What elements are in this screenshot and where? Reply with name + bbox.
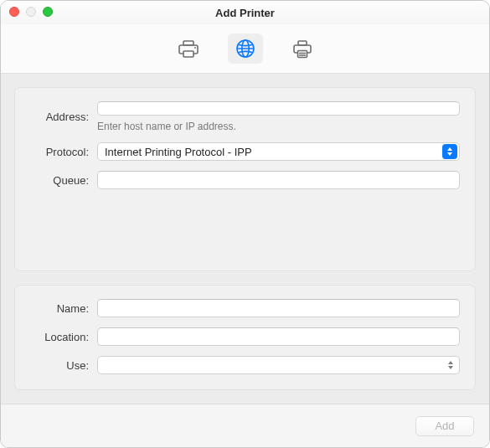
footer: Add [1, 404, 489, 447]
svg-point-3 [194, 47, 196, 49]
row-address: Address: Enter host name or IP address. [30, 101, 460, 132]
svg-rect-8 [298, 41, 307, 45]
protocol-value: Internet Printing Protocol - IPP [98, 146, 442, 158]
tab-windows[interactable] [285, 33, 320, 64]
connection-pane: Address: Enter host name or IP address. … [14, 87, 476, 271]
queue-label: Queue: [30, 174, 89, 187]
address-hint: Enter host name or IP address. [97, 121, 460, 132]
tab-ip[interactable] [228, 33, 263, 64]
window-controls [9, 7, 53, 17]
window-title: Add Printer [215, 7, 275, 19]
address-input[interactable] [97, 101, 460, 116]
tab-default[interactable] [171, 33, 206, 64]
name-input[interactable] [97, 299, 460, 317]
globe-icon [235, 38, 256, 59]
address-label: Address: [30, 111, 89, 123]
toolbar [1, 24, 489, 74]
add-printer-window: Add Printer [0, 0, 490, 448]
name-label: Name: [30, 302, 89, 315]
svg-rect-1 [183, 41, 193, 45]
svg-rect-2 [183, 51, 193, 57]
printer-advanced-icon [291, 39, 314, 59]
dialog-body: Address: Enter host name or IP address. … [1, 74, 489, 404]
titlebar: Add Printer [1, 1, 489, 24]
location-input[interactable] [97, 327, 460, 346]
protocol-select[interactable]: Internet Printing Protocol - IPP [97, 142, 460, 161]
svg-rect-9 [297, 51, 307, 58]
row-use: Use: [30, 356, 460, 374]
row-location: Location: [30, 327, 460, 346]
row-queue: Queue: [30, 171, 460, 189]
add-button: Add [415, 416, 474, 436]
row-name: Name: [30, 299, 460, 317]
updown-icon [444, 358, 457, 373]
protocol-label: Protocol: [30, 146, 89, 158]
printer-icon [177, 39, 200, 59]
queue-input[interactable] [97, 171, 460, 189]
use-select[interactable] [97, 356, 460, 374]
use-label: Use: [30, 359, 89, 372]
minimize-window-button [26, 7, 36, 17]
zoom-window-button[interactable] [43, 7, 53, 17]
row-protocol: Protocol: Internet Printing Protocol - I… [30, 142, 460, 161]
location-label: Location: [30, 331, 89, 343]
updown-icon [442, 144, 457, 159]
close-window-button[interactable] [9, 7, 19, 17]
details-pane: Name: Location: Use: [14, 285, 476, 390]
